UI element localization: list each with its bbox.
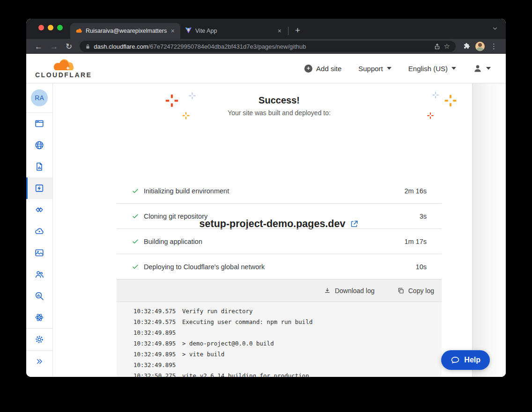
check-icon [132, 213, 139, 220]
share-icon[interactable] [430, 43, 444, 50]
sidebar-item-analytics[interactable] [26, 156, 52, 177]
url-bar[interactable]: dash.cloudflare.com/67e7247229950784e04d… [80, 41, 456, 52]
sidebar-item-images[interactable] [26, 242, 52, 264]
build-step-row: Deploying to Cloudflare's global network… [117, 254, 442, 280]
log-timestamp: 10:32:49.895 [133, 338, 175, 349]
network-atom-icon [34, 312, 44, 323]
chevron-down-icon [387, 67, 392, 70]
log-line: 10:32:49.575Verify run directory [133, 306, 442, 316]
tab-strip: Ruisaraiva@wearepixelmatters. × Vite App… [26, 19, 506, 39]
person-icon [473, 64, 482, 73]
sidebar-collapse-toggle[interactable] [26, 351, 52, 372]
step-duration: 1m 17s [404, 238, 427, 245]
window-controls [38, 25, 63, 30]
copy-log-button[interactable]: Copy log [397, 287, 434, 294]
build-log-output[interactable]: 10:32:49.575Verify run directory 10:32:4… [117, 302, 442, 377]
sidebar-item-websites[interactable] [26, 113, 52, 134]
forward-button[interactable]: → [46, 43, 62, 51]
log-timestamp: 10:32:50.275 [133, 370, 175, 377]
cloudflare-favicon-icon [75, 27, 82, 36]
sidebar-item-pages[interactable] [26, 177, 52, 199]
confetti-icon [427, 112, 434, 121]
success-subtitle: Your site was built and deployed to: [117, 109, 442, 117]
reload-button[interactable]: ↻ [62, 43, 76, 51]
language-menu[interactable]: English (US) [408, 65, 456, 73]
minimize-window-button[interactable] [48, 25, 53, 30]
log-line: 10:32:49.895> vite build [133, 349, 442, 360]
browser-profile-avatar[interactable] [475, 42, 485, 51]
code-diamonds-icon [34, 205, 44, 215]
tab-close-icon[interactable]: × [277, 27, 282, 35]
back-button[interactable]: ← [31, 43, 46, 51]
sidebar-item-stream[interactable] [26, 221, 52, 242]
plus-circle-icon: + [304, 65, 312, 73]
log-text: > demo-project@0.0.0 build [182, 338, 274, 349]
sidebar-item-network[interactable] [26, 307, 52, 328]
download-log-label: Download log [335, 287, 375, 294]
build-step-row: Building application 1m 17s [117, 229, 442, 254]
browser-menu-icon[interactable]: ⋮ [487, 42, 501, 51]
copy-icon [397, 287, 405, 294]
zoom-window-button[interactable] [57, 25, 63, 30]
url-host: dash.cloudflare.com [94, 43, 148, 50]
help-button[interactable]: Help [441, 350, 490, 370]
sidebar-item-domains[interactable] [26, 134, 52, 156]
step-duration: 10s [416, 263, 427, 271]
log-toolbar: Download log Copy log [117, 280, 442, 302]
chevron-down-icon [451, 67, 456, 70]
confetti-icon [165, 94, 179, 110]
log-line: 10:32:49.895> demo-project@0.0.0 build [133, 338, 442, 349]
copy-log-label: Copy log [408, 287, 434, 294]
tab-title: Vite App [195, 28, 273, 34]
add-site-button[interactable]: + Add site [304, 65, 341, 73]
tab-title: Ruisaraiva@wearepixelmatters. [86, 28, 167, 34]
step-duration: 3s [420, 213, 427, 220]
step-label: Deploying to Cloudflare's global network [144, 263, 265, 271]
browser-window: Ruisaraiva@wearepixelmatters. × Vite App… [26, 19, 506, 377]
account-menu[interactable] [473, 64, 491, 73]
scrollbar-gutter[interactable] [472, 83, 506, 377]
step-label: Initializing build environment [144, 187, 229, 195]
dashboard-body: RA [26, 83, 506, 377]
build-step-row: Cloning git repository 3s [117, 204, 442, 229]
bookmark-star-icon[interactable]: ☆ [444, 42, 450, 51]
extensions-puzzle-icon[interactable] [459, 43, 473, 50]
browser-window-icon [34, 118, 44, 129]
support-label: Support [358, 65, 383, 73]
new-tab-button[interactable]: + [292, 25, 303, 36]
sidebar-item-audit[interactable] [26, 285, 52, 307]
cloudflare-logo-text: CLOUDFLARE [35, 71, 92, 79]
log-timestamp: 10:32:49.895 [133, 327, 175, 338]
desktop: Ruisaraiva@wearepixelmatters. × Vite App… [0, 0, 532, 412]
account-avatar[interactable]: RA [31, 89, 48, 106]
doc-analytics-icon [34, 162, 44, 172]
confetti-icon [432, 91, 439, 101]
search-analytics-icon [34, 291, 44, 301]
tab-close-icon[interactable]: × [170, 27, 176, 35]
tab-cloudflare[interactable]: Ruisaraiva@wearepixelmatters. × [70, 23, 180, 39]
tab-search-chevron-icon[interactable] [492, 25, 498, 34]
settings-gear-icon [34, 334, 44, 345]
check-icon [132, 263, 139, 271]
tab-vite-app[interactable]: Vite App × [180, 23, 287, 39]
log-line: 10:32:49.575Executing user command: npm … [133, 316, 442, 327]
log-text: Verify run directory [182, 306, 253, 316]
globe-icon [34, 140, 44, 150]
stream-cloud-play-icon [34, 226, 44, 236]
pages-lightning-icon [34, 183, 44, 193]
build-step-row: Initializing build environment 2m 16s [117, 178, 442, 204]
sidebar-item-members[interactable] [26, 264, 52, 285]
log-timestamp: 10:32:49.575 [133, 306, 175, 316]
cloudflare-logo[interactable]: CLOUDFLARE [35, 58, 92, 79]
build-steps-list: Initializing build environment 2m 16s Cl… [117, 178, 442, 280]
close-window-button[interactable] [38, 25, 44, 30]
log-timestamp: 10:32:49.895 [133, 360, 175, 370]
vite-favicon-icon [185, 27, 192, 35]
sidebar-item-settings[interactable] [26, 329, 52, 350]
images-icon [34, 248, 44, 258]
sidebar-item-workers[interactable] [26, 199, 52, 221]
download-log-button[interactable]: Download log [324, 287, 375, 294]
confetti-icon [188, 92, 196, 102]
support-menu[interactable]: Support [358, 65, 392, 73]
url-path: /67e7247229950784e04dba2bf431d7e3/pages/… [148, 43, 306, 50]
